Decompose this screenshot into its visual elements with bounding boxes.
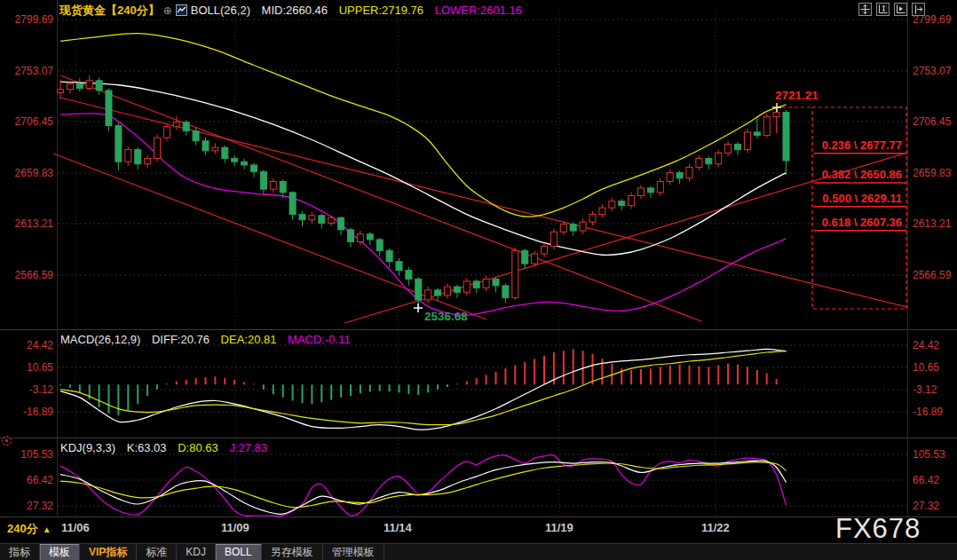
svg-text:27.32: 27.32 xyxy=(27,500,53,512)
svg-text:105.53: 105.53 xyxy=(913,448,945,461)
date-label: 11/06 xyxy=(61,521,90,534)
svg-text:10.65: 10.65 xyxy=(913,361,939,374)
svg-text:0.382 \ 2650.86: 0.382 \ 2650.86 xyxy=(822,168,902,181)
macd-header: MACD(26,12,9) DIFF:20.76 DEA:20.81 MACD:… xyxy=(60,333,351,346)
toolbar-item-template[interactable]: 模板 xyxy=(40,544,80,560)
svg-text:-16.89: -16.89 xyxy=(23,406,53,418)
svg-text:2659.83: 2659.83 xyxy=(913,167,952,179)
toolbar-item-vip-indicator[interactable]: VIP指标 xyxy=(80,544,137,560)
chart-window-icon[interactable] xyxy=(176,4,187,19)
svg-text:2721.21: 2721.21 xyxy=(775,89,819,102)
svg-text:0.618 \ 2607.36: 0.618 \ 2607.36 xyxy=(822,216,902,229)
svg-text:2536.68: 2536.68 xyxy=(424,310,468,323)
toolbar-item-manage-template[interactable]: 管理模板 xyxy=(323,544,384,560)
svg-text:-16.89: -16.89 xyxy=(913,406,943,418)
boll-mid-value: MID:2660.46 xyxy=(262,4,328,17)
period-selector[interactable]: 240分▲ xyxy=(7,521,51,537)
boll-lower-value: LOWER:2601.16 xyxy=(435,4,522,17)
kdj-header: KDJ(9,3,3) K:63.03 D:80.63 J:27.83 xyxy=(60,441,267,454)
axis-zoom-icon[interactable] xyxy=(876,3,890,16)
kdj-j-value: J:27.83 xyxy=(229,441,267,454)
macd-value: MACD:-0.11 xyxy=(288,333,351,346)
macd-dea-value: DEA:20.81 xyxy=(221,333,277,346)
macd-diff-value: DIFF:20.76 xyxy=(152,333,210,346)
svg-text:24.42: 24.42 xyxy=(27,339,53,351)
toolbar-item-boll[interactable]: BOLL xyxy=(216,544,262,560)
chart-app: 2799.692799.692753.072753.072706.452706.… xyxy=(0,0,957,560)
svg-text:-3.12: -3.12 xyxy=(29,383,54,396)
kdj-k-value: K:63.03 xyxy=(127,441,167,454)
chart-header: 现货黄金【240分】⊕BOLL(26,2) MID:2660.46 UPPER:… xyxy=(59,3,522,19)
svg-text:105.53: 105.53 xyxy=(20,448,53,461)
svg-text:2799.69: 2799.69 xyxy=(15,13,54,26)
date-label: 11/14 xyxy=(384,521,412,534)
date-label: 11/19 xyxy=(545,521,573,534)
macd-name: MACD(26,12,9) xyxy=(60,333,140,346)
toolbar-item-standard[interactable]: 标准 xyxy=(137,544,177,560)
svg-text:-3.12: -3.12 xyxy=(913,383,937,396)
svg-text:66.42: 66.42 xyxy=(27,474,53,486)
svg-text:2706.45: 2706.45 xyxy=(15,115,54,128)
period-label: 240分 xyxy=(7,522,38,535)
svg-text:0.500 \ 2629.11: 0.500 \ 2629.11 xyxy=(822,192,902,205)
kdj-d-value: D:80.63 xyxy=(178,441,218,454)
sun-marker-icon xyxy=(2,436,12,446)
svg-text:2566.59: 2566.59 xyxy=(913,269,952,281)
chart-canvas[interactable]: 2799.692799.692753.072753.072706.452706.… xyxy=(0,0,957,517)
chart-window-controls xyxy=(858,3,925,16)
boll-upper-value: UPPER:2719.76 xyxy=(339,4,423,17)
svg-text:2613.21: 2613.21 xyxy=(913,217,952,230)
date-axis: 240分▲ 11/06 11/09 11/14 11/19 11/22 xyxy=(0,518,957,543)
toolbar-item-kdj[interactable]: KDJ xyxy=(177,544,216,560)
svg-text:2753.07: 2753.07 xyxy=(15,65,54,77)
svg-text:2753.07: 2753.07 xyxy=(913,65,952,77)
boll-label: BOLL(26,2) xyxy=(191,4,250,17)
svg-text:0.236 \ 2677.77: 0.236 \ 2677.77 xyxy=(822,138,902,152)
symbol-title: 现货黄金【240分】 xyxy=(59,4,160,17)
svg-text:2566.59: 2566.59 xyxy=(15,269,54,281)
svg-text:2659.83: 2659.83 xyxy=(15,167,54,179)
svg-text:10.65: 10.65 xyxy=(27,361,53,374)
svg-text:66.42: 66.42 xyxy=(913,474,939,486)
svg-text:27.32: 27.32 xyxy=(913,500,939,512)
axis-play-icon[interactable] xyxy=(894,3,907,16)
svg-text:2613.21: 2613.21 xyxy=(15,217,54,230)
toolbar-item-save-template[interactable]: 另存模板 xyxy=(262,544,323,560)
pan-crosshair-icon[interactable] xyxy=(858,3,872,16)
circle-plus-icon[interactable]: ⊕ xyxy=(163,4,172,17)
watermark: FX678 xyxy=(835,513,921,545)
exit-right-icon[interactable] xyxy=(912,3,925,16)
toolbar-item-indicator[interactable]: 指标 xyxy=(0,544,40,560)
bottom-toolbar: 指标 模板 VIP指标 标准 KDJ BOLL 另存模板 管理模板 xyxy=(0,543,957,560)
svg-text:2706.45: 2706.45 xyxy=(913,115,952,128)
date-label: 11/09 xyxy=(221,521,249,534)
date-label: 11/22 xyxy=(701,521,730,534)
chevron-up-icon: ▲ xyxy=(43,525,51,534)
svg-text:24.42: 24.42 xyxy=(913,339,939,351)
kdj-name: KDJ(9,3,3) xyxy=(60,441,115,454)
